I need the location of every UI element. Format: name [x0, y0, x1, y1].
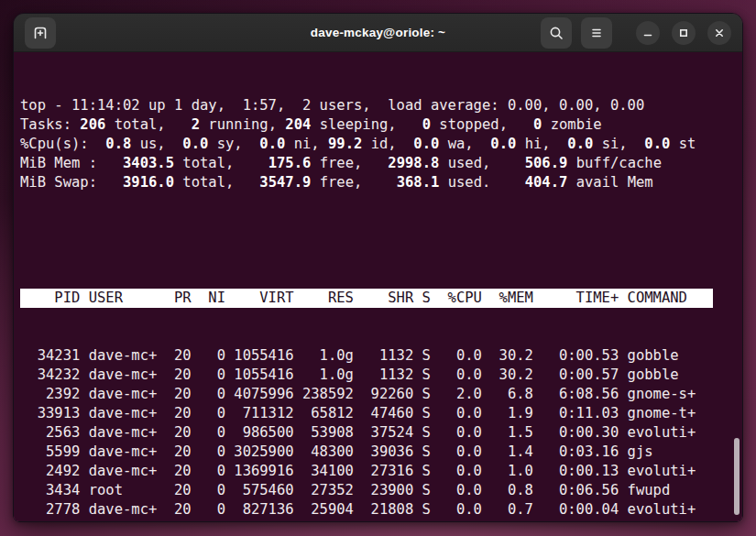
- process-row: 2778 dave-mc+ 20 0 827136 25904 21808 S …: [20, 500, 742, 520]
- process-row: 2563 dave-mc+ 20 0 986500 53908 37524 S …: [20, 423, 742, 443]
- terminal-window: dave-mckay@oriole: ~: [13, 13, 743, 522]
- new-tab-icon: [32, 25, 49, 41]
- terminal-content[interactable]: top - 11:14:02 up 1 day, 1:57, 2 users, …: [14, 52, 742, 521]
- summary-line: MiB Swap: 3916.0 total, 3547.9 free, 368…: [20, 173, 742, 192]
- maximize-button[interactable]: [672, 21, 696, 45]
- titlebar: dave-mckay@oriole: ~: [14, 14, 742, 52]
- new-tab-button[interactable]: [25, 17, 56, 49]
- search-button[interactable]: [541, 17, 572, 49]
- process-row: 2392 dave-mc+ 20 0 4075996 238592 92260 …: [20, 385, 742, 404]
- summary-line: MiB Mem : 3403.5 total, 175.6 free, 2998…: [20, 154, 742, 173]
- process-table-header: PID USER PR NI VIRT RES SHR S %CPU %MEM …: [20, 289, 742, 308]
- scrollbar-thumb[interactable]: [734, 438, 740, 515]
- process-row: 5599 dave-mc+ 20 0 3025900 48300 39036 S…: [20, 443, 742, 462]
- process-row: 34232 dave-mc+ 20 0 1055416 1.0g 1132 S …: [20, 366, 742, 385]
- process-row: 34231 dave-mc+ 20 0 1055416 1.0g 1132 S …: [20, 346, 742, 366]
- minimize-button[interactable]: [636, 21, 660, 45]
- summary-line: top - 11:14:02 up 1 day, 1:57, 2 users, …: [20, 96, 742, 115]
- top-summary: top - 11:14:02 up 1 day, 1:57, 2 users, …: [20, 96, 742, 192]
- summary-line: %Cpu(s): 0.8 us, 0.0 sy, 0.0 ni, 99.2 id…: [20, 135, 742, 154]
- menu-button[interactable]: [581, 17, 612, 49]
- close-button[interactable]: [707, 21, 731, 45]
- process-row: 3052 dave-mc+ 20 0 723872 25904 17072 S …: [20, 520, 742, 521]
- process-row: 2492 dave-mc+ 20 0 1369916 34100 27316 S…: [20, 462, 742, 481]
- blank-line: [20, 231, 742, 250]
- hamburger-menu-icon: [588, 25, 605, 41]
- window-controls: [636, 21, 731, 45]
- summary-line: Tasks: 206 total, 2 running, 204 sleepin…: [20, 115, 742, 135]
- search-icon: [548, 25, 564, 41]
- process-row: 3434 root 20 0 575460 27352 23900 S 0.0 …: [20, 481, 742, 500]
- process-table: 34231 dave-mc+ 20 0 1055416 1.0g 1132 S …: [20, 346, 742, 521]
- process-row: 33913 dave-mc+ 20 0 711312 65812 47460 S…: [20, 404, 742, 423]
